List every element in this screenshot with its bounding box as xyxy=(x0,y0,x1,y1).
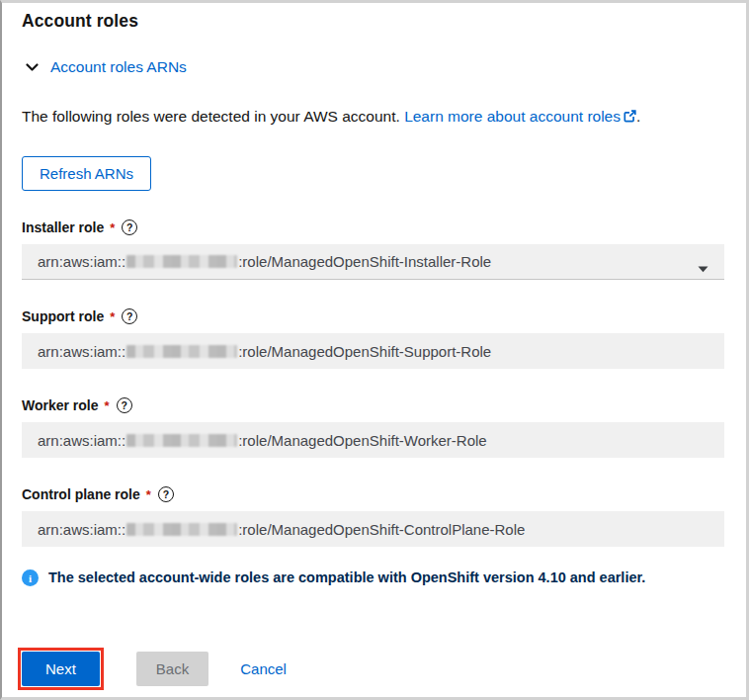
help-icon[interactable]: ? xyxy=(158,486,174,502)
installer-role-group: Installer role * ? arn:aws:iam:::role/Ma… xyxy=(22,219,724,280)
installer-role-select[interactable]: arn:aws:iam:::role/ManagedOpenShift-Inst… xyxy=(22,244,724,280)
support-role-group: Support role * ? arn:aws:iam:::role/Mana… xyxy=(22,308,724,369)
installer-role-label-row: Installer role * ? xyxy=(22,219,724,235)
support-role-label: Support role xyxy=(22,308,104,324)
external-link-icon xyxy=(624,108,636,128)
account-roles-arns-link[interactable]: Account roles ARNs xyxy=(50,58,187,76)
worker-role-field: arn:aws:iam:::role/ManagedOpenShift-Work… xyxy=(22,422,724,458)
caret-down-icon xyxy=(698,259,708,276)
redacted-account-id xyxy=(126,523,237,536)
help-icon[interactable]: ? xyxy=(122,219,137,235)
worker-role-label: Worker role xyxy=(22,397,99,413)
page-title: Account roles xyxy=(22,11,724,32)
account-roles-arns-toggle[interactable]: Account roles ARNs xyxy=(22,58,187,76)
control-plane-role-group: Control plane role * ? arn:aws:iam:::rol… xyxy=(22,486,724,547)
learn-more-link[interactable]: Learn more about account roles xyxy=(404,108,636,125)
wizard-footer: Next Back Cancel xyxy=(22,652,724,686)
worker-role-label-row: Worker role * ? xyxy=(22,397,724,413)
back-button: Back xyxy=(136,652,208,686)
help-icon[interactable]: ? xyxy=(122,308,137,324)
info-icon: i xyxy=(22,569,39,586)
redacted-account-id xyxy=(126,255,237,268)
intro-text-before: The following roles were detected in you… xyxy=(22,108,404,125)
control-plane-role-label-row: Control plane role * ? xyxy=(22,486,724,502)
intro-suffix: . xyxy=(636,108,640,125)
installer-role-label: Installer role xyxy=(22,219,104,235)
account-roles-panel: Account roles Account roles ARNs The fol… xyxy=(0,0,749,700)
redacted-account-id xyxy=(126,345,237,358)
refresh-arns-button[interactable]: Refresh ARNs xyxy=(22,156,151,191)
support-role-label-row: Support role * ? xyxy=(22,308,724,324)
support-role-field: arn:aws:iam:::role/ManagedOpenShift-Supp… xyxy=(22,333,724,369)
control-plane-role-field: arn:aws:iam:::role/ManagedOpenShift-Cont… xyxy=(22,511,724,547)
chevron-down-icon xyxy=(26,63,39,72)
worker-role-group: Worker role * ? arn:aws:iam:::role/Manag… xyxy=(22,397,724,458)
redacted-account-id xyxy=(126,434,237,447)
next-button-highlight: Next xyxy=(22,652,100,686)
cancel-button[interactable]: Cancel xyxy=(224,652,302,686)
next-button[interactable]: Next xyxy=(22,652,100,686)
required-asterisk: * xyxy=(105,398,110,413)
help-icon[interactable]: ? xyxy=(117,397,132,413)
required-asterisk: * xyxy=(110,220,115,235)
required-asterisk: * xyxy=(110,309,115,324)
intro-text: The following roles were detected in you… xyxy=(22,107,724,128)
version-compatibility-note: i The selected account-wide roles are co… xyxy=(22,569,724,587)
info-text: The selected account-wide roles are comp… xyxy=(48,569,645,587)
control-plane-role-label: Control plane role xyxy=(22,486,140,502)
required-asterisk: * xyxy=(146,487,151,502)
